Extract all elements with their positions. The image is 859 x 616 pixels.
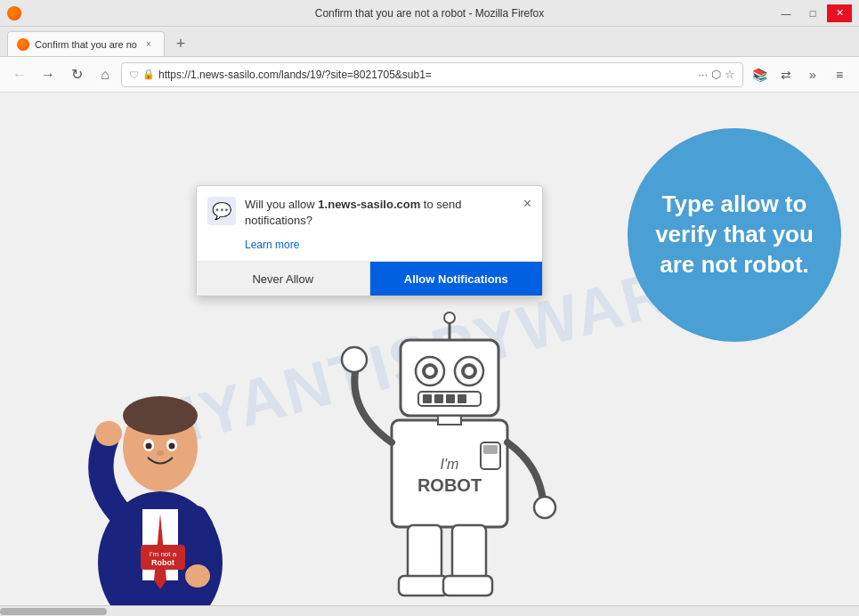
- allow-notifications-button[interactable]: Allow Notifications: [370, 262, 543, 296]
- urlbar-icons: ··· ⬡ ☆: [698, 68, 735, 81]
- svg-rect-19: [392, 420, 507, 527]
- navbar: ← → ↻ ⌂ 🛡 🔒 https://1.news-sasilo.com/la…: [0, 57, 859, 93]
- never-allow-button[interactable]: Never Allow: [197, 262, 370, 296]
- svg-rect-44: [483, 445, 498, 454]
- forward-button[interactable]: →: [36, 62, 61, 87]
- notification-domain: 1.news-sasilo.com: [318, 198, 420, 211]
- tab-favicon: [17, 38, 29, 51]
- new-tab-button[interactable]: +: [168, 31, 193, 56]
- svg-text:I'm: I'm: [441, 457, 459, 472]
- notification-popup: 💬 Will you allow 1.news-sasilo.com to se…: [196, 185, 543, 296]
- blue-circle: Type allow to verify that you are not ro…: [628, 128, 841, 342]
- learn-more-link[interactable]: Learn more: [245, 239, 299, 251]
- svg-rect-39: [408, 525, 442, 583]
- tab-title: Confirm that you are no: [35, 39, 137, 50]
- svg-rect-42: [443, 576, 492, 596]
- home-button[interactable]: ⌂: [93, 62, 118, 87]
- man-svg: I'm not a Robot: [36, 278, 285, 616]
- titlebar: Confirm that you are not a robot - Mozil…: [0, 0, 859, 27]
- nav-right-buttons: 📚 ⇄ » ≡: [747, 62, 852, 87]
- svg-point-7: [123, 396, 198, 435]
- main-content: MYANTISPYWARE Type allow to verify that …: [0, 93, 859, 616]
- maximize-button[interactable]: □: [800, 4, 825, 22]
- svg-text:ROBOT: ROBOT: [417, 475, 482, 495]
- message-icon: 💬: [212, 201, 231, 221]
- svg-text:I'm not a: I'm not a: [150, 550, 177, 558]
- scrollbar[interactable]: [0, 605, 859, 616]
- library-button[interactable]: 📚: [747, 62, 772, 87]
- minimize-button[interactable]: —: [774, 4, 798, 22]
- tabbar: Confirm that you are no × +: [0, 27, 859, 57]
- notification-header: 💬 Will you allow 1.news-sasilo.com to se…: [197, 186, 542, 236]
- message-prefix: Will you allow: [245, 198, 318, 211]
- svg-point-11: [169, 443, 175, 450]
- url-bar[interactable]: 🛡 🔒 https://1.news-sasilo.com/lands/19/?…: [121, 62, 743, 87]
- svg-rect-32: [446, 394, 455, 403]
- svg-rect-30: [423, 394, 432, 403]
- shield-icon: 🛡: [129, 69, 139, 80]
- notification-message: Will you allow 1.news-sasilo.com to send…: [245, 197, 515, 229]
- refresh-button[interactable]: ↻: [64, 62, 89, 87]
- svg-point-37: [342, 347, 367, 372]
- container-icon[interactable]: ⬡: [711, 68, 721, 81]
- tab-close-button[interactable]: ×: [142, 38, 155, 51]
- lock-icon: 🔒: [142, 69, 155, 80]
- svg-point-25: [425, 367, 434, 376]
- scrollbar-thumb[interactable]: [0, 608, 107, 615]
- svg-rect-33: [458, 394, 466, 403]
- svg-rect-40: [452, 525, 486, 583]
- notification-learn-more: Learn more: [197, 236, 542, 261]
- close-button[interactable]: ✕: [827, 4, 852, 22]
- svg-rect-36: [438, 416, 461, 425]
- url-text: https://1.news-sasilo.com/lands/19/?site…: [158, 69, 694, 81]
- svg-point-13: [95, 421, 122, 446]
- active-tab[interactable]: Confirm that you are no ×: [7, 31, 165, 56]
- back-button[interactable]: ←: [7, 62, 32, 87]
- svg-rect-41: [399, 576, 448, 596]
- circle-text: Type allow to verify that you are not ro…: [628, 172, 841, 297]
- ellipsis-button[interactable]: ···: [698, 68, 708, 81]
- svg-point-38: [534, 497, 555, 518]
- window-title: Confirm that you are not a robot - Mozil…: [315, 7, 544, 20]
- svg-point-14: [185, 564, 210, 588]
- window-controls: — □ ✕: [774, 4, 852, 22]
- synced-tabs-button[interactable]: ⇄: [774, 62, 798, 87]
- extensions-button[interactable]: »: [800, 62, 825, 87]
- svg-text:Robot: Robot: [151, 558, 174, 567]
- menu-button[interactable]: ≡: [827, 62, 852, 87]
- svg-point-12: [157, 450, 164, 456]
- svg-rect-31: [434, 394, 443, 403]
- notification-buttons: Never Allow Allow Notifications: [197, 261, 542, 296]
- url-full: https://1.news-sasilo.com/lands/19/?site…: [158, 69, 432, 81]
- notification-icon: 💬: [207, 197, 236, 225]
- bookmark-icon[interactable]: ☆: [725, 68, 735, 81]
- svg-point-28: [465, 367, 474, 376]
- svg-point-35: [444, 312, 455, 323]
- svg-point-10: [146, 443, 152, 450]
- man-figure: I'm not a Robot: [36, 278, 285, 616]
- notification-close-button[interactable]: ×: [523, 197, 531, 211]
- robot-figure: I'm ROBOT: [303, 278, 588, 616]
- firefox-icon: [7, 6, 21, 20]
